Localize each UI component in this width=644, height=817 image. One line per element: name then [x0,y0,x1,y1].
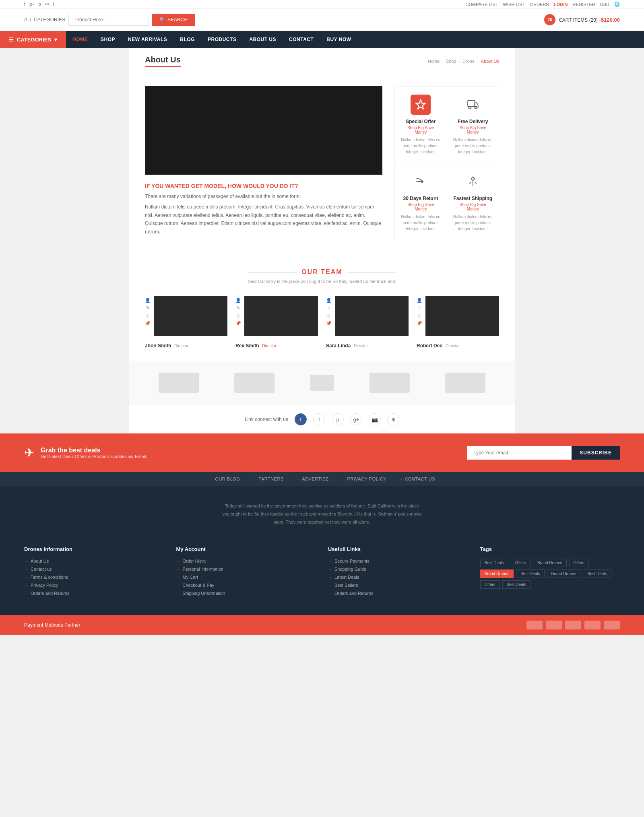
breadcrumb-drone[interactable]: Drone [462,59,475,64]
social-links-top[interactable]: f g+ p ✉ t [24,2,54,7]
team-3-fb-icon[interactable]: 👤 [417,298,422,303]
tag-best-deals-3[interactable]: Best Deals [502,580,530,589]
login-link[interactable]: LOGIN [554,2,568,7]
team-3-pt-icon[interactable]: 📌 [417,321,422,326]
footer-shopping-guide[interactable]: Shopping Guide [328,567,468,571]
cart-text: CART ITEMS (20) [559,17,598,23]
rss-social-icon[interactable]: ⊕ [387,413,399,425]
tag-best-deals-0[interactable]: Best Deals [480,559,508,567]
team-2-pt-icon[interactable]: 📌 [326,321,332,326]
breadcrumb-home[interactable]: Home [428,59,440,64]
tag-offers-0[interactable]: Offers [511,559,530,567]
team-subtitle: Said Califorrry is the place you ought t… [145,279,499,284]
search-input[interactable] [68,14,149,26]
nav-products[interactable]: PRODUCTS [201,31,243,48]
register-link[interactable]: REGISTER [573,2,595,7]
payment-icon-1 [546,621,562,629]
gplus-social-icon[interactable]: g+ [350,413,362,425]
pinterest-icon-top[interactable]: p [39,2,41,7]
gplus-icon-top[interactable]: g+ [29,2,35,7]
content-body: Nullam dictum felis eu pede mollis preti… [145,203,382,236]
feature-title-3: Fastest Shipping [453,196,493,201]
footer-nav-privacy[interactable]: →PRIVACY POLICY [341,477,386,481]
currency-selector[interactable]: USD [600,2,609,7]
footer-latest-deals[interactable]: Latest Deals [328,575,468,580]
team-3-tw-icon[interactable]: ✎ [417,305,422,311]
footer-nav-advertise[interactable]: →ADVERTISE [296,477,329,481]
wish-list-link[interactable]: WISH LIST [503,2,525,7]
brand-logo-4 [445,373,485,393]
team-3-gp-icon[interactable]: ◎ [417,313,422,318]
newsletter-icon: ✈ [24,446,34,460]
subscribe-button[interactable]: SUBSCRIBE [572,446,620,460]
footer-personal-info[interactable]: Personal Information [176,567,316,571]
footer-best-sellers[interactable]: Best Sellers [328,583,468,588]
twitter-icon-top[interactable]: t [53,2,54,7]
team-2-fb-icon[interactable]: 👤 [326,298,332,303]
footer-orders-returns-2[interactable]: Orders and Returns [328,591,468,596]
brand-logo-0 [159,373,199,393]
footer-about-us[interactable]: About Us [24,559,164,563]
footer-main: Today still wanted by the government the… [0,486,644,615]
footer-nav-partners[interactable]: →PARTNERS [252,477,283,481]
team-1-pt-icon[interactable]: 📌 [235,321,241,326]
email-input[interactable] [467,446,572,460]
footer-my-cart[interactable]: My Cart [176,575,316,580]
tag-best-deals-2[interactable]: Best Deals [583,569,611,578]
cart-area[interactable]: 20 CART ITEMS (20) -$120.00 [544,14,620,25]
team-1-gp-icon[interactable]: ◎ [235,313,241,318]
team-name-1: Rex Smith [235,343,259,349]
team-photo-3 [425,296,499,336]
facebook-icon-top[interactable]: f [24,2,25,7]
feature-sub-0: Shop Big Save Money [401,126,441,134]
nav-contact[interactable]: CONTACT [283,31,320,48]
nav-buy-now[interactable]: BUY NOW [320,31,357,48]
team-role-2: Director [354,344,368,348]
tag-best-deals-1[interactable]: Best Deals [516,569,544,578]
categories-dropdown[interactable]: ☰ CATEGORIES ▾ [0,31,66,48]
footer-privacy[interactable]: Privacy Policy [24,583,164,588]
mail-icon-top[interactable]: ✉ [45,2,49,7]
feature-sub-2: Shop Big Save Money [401,202,441,211]
footer-order-history[interactable]: Order Histry [176,559,316,563]
team-1-tw-icon[interactable]: ✎ [235,305,241,311]
breadcrumb-shop[interactable]: Shop [446,59,456,64]
team-0-gp-icon[interactable]: ◎ [145,313,151,318]
nav-new-arrivals[interactable]: NEW ARRIVALS [122,31,173,48]
compare-list-link[interactable]: COMPARE LIST [466,2,498,7]
nav-about-us[interactable]: ABOUT US [243,31,283,48]
tag-brand-drones-2[interactable]: Brand Drones [547,569,581,578]
tag-offers-1[interactable]: Offers [569,559,589,567]
footer-checkout-pay[interactable]: Checkout & Pay [176,583,316,588]
orders-link[interactable]: ORDERS [530,2,549,7]
team-2-gp-icon[interactable]: ◎ [326,313,332,318]
brand-logo-1 [234,373,275,393]
breadcrumb: Home › Shop › Drone › About Us [428,59,499,64]
footer-orders-returns[interactable]: Orders and Returns [24,591,164,596]
team-role-1: Director [262,344,276,348]
pinterest-social-icon[interactable]: p [332,413,344,425]
all-categories-label[interactable]: ALL CATEGORIES [24,17,65,23]
team-0-tw-icon[interactable]: ✎ [145,305,151,311]
footer-secure-payments[interactable]: Secure Payments [328,559,468,563]
tag-brand-drones-1[interactable]: Brand Drones [480,569,514,578]
facebook-social-icon[interactable]: f [295,413,307,425]
instagram-social-icon[interactable]: 📷 [369,413,381,425]
twitter-social-icon[interactable]: t [313,413,325,425]
footer-nav-contact[interactable]: →CONTACT US [398,477,435,481]
payment-icon-3 [584,621,601,629]
footer-shipping[interactable]: Shipping Unformation [176,591,316,596]
nav-home[interactable]: HOME [66,31,94,48]
nav-shop[interactable]: SHOP [94,31,122,48]
tag-offers-2[interactable]: Offers [480,580,500,589]
nav-blog[interactable]: BLOG [173,31,201,48]
team-1-fb-icon[interactable]: 👤 [235,298,241,303]
footer-terms[interactable]: Terms & conditions [24,575,164,580]
search-button[interactable]: 🔍 SEARCH [152,14,195,26]
tag-brand-drones-0[interactable]: Brand Drones [533,559,567,567]
team-0-pt-icon[interactable]: 📌 [145,321,151,326]
footer-nav-blog[interactable]: →OUR BLOG [209,477,240,481]
footer-contact-us[interactable]: Contact us [24,567,164,571]
team-2-tw-icon[interactable]: ✎ [326,305,332,311]
team-0-fb-icon[interactable]: 👤 [145,298,151,303]
